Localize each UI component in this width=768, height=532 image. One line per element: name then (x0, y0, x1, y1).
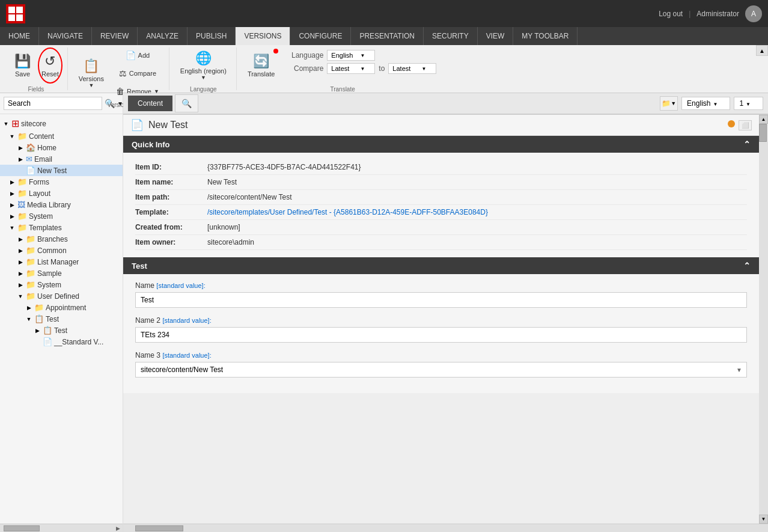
test-section-header[interactable]: Test ⌃ (123, 257, 759, 274)
menu-home[interactable]: HOME (0, 27, 39, 45)
scrollbar-up-button[interactable]: ▲ (759, 115, 768, 124)
tree-item-templates[interactable]: ▼ 📁 Templates (0, 222, 123, 233)
content-version-selector[interactable]: 1 (734, 97, 763, 110)
compare-to-dropdown[interactable]: Latest (388, 63, 436, 74)
tree-item-system[interactable]: ▶ 📁 System (0, 210, 123, 222)
field-input-name2[interactable] (135, 327, 747, 343)
admin-label: Administrator (696, 10, 739, 18)
menu-review[interactable]: REVIEW (92, 27, 138, 45)
tree-item-system2[interactable]: ▶ 📁 System (0, 279, 123, 290)
field-select-name3[interactable]: sitecore/content/New Test (135, 362, 747, 378)
tree-toggle-system[interactable]: ▶ (8, 213, 16, 220)
top-bar-right: Log out | Administrator A (659, 5, 762, 22)
info-value-template[interactable]: /sitecore/templates/User Defined/Test - … (207, 208, 488, 216)
compare-from-dropdown[interactable]: Latest (327, 63, 375, 74)
quick-info-title: Quick Info (132, 140, 170, 149)
menu-security[interactable]: SECURITY (424, 27, 478, 45)
ribbon-collapse-button[interactable]: ▲ (756, 45, 768, 56)
ribbon-language-buttons: 🌐 English (region) ▼ (175, 47, 231, 84)
left-scroll-arrow[interactable]: ▶ (116, 525, 123, 531)
translate-button[interactable]: 🔄 Translate (243, 47, 279, 84)
compare-button[interactable]: ⚖ Compare (111, 66, 164, 81)
tree-item-branches[interactable]: ▶ 📁 Branches (0, 233, 123, 245)
tree-item-standard-values[interactable]: 📄 __Standard V... (0, 336, 123, 347)
tree-toggle-forms[interactable]: ▶ (8, 179, 16, 186)
tab-content[interactable]: Content (128, 96, 172, 111)
tree-item-sitecore[interactable]: ▼ ⊞ sitecore (0, 117, 123, 130)
menu-versions[interactable]: VERSIONS (236, 27, 290, 45)
tree-toggle-test-child[interactable]: ▶ (34, 327, 41, 334)
tree-toggle-branches[interactable]: ▶ (17, 236, 24, 243)
tree-toggle-templates[interactable]: ▼ (8, 224, 16, 231)
menu-view[interactable]: VIEW (478, 27, 514, 45)
tree-toggle-content[interactable]: ▼ (8, 133, 16, 140)
tree-toggle-appointment[interactable]: ▶ (25, 304, 32, 311)
quick-info-section-header[interactable]: Quick Info ⌃ (123, 136, 759, 153)
tree-item-test-child[interactable]: ▶ 📋 Test (0, 325, 123, 336)
menu-my-toolbar[interactable]: MY TOOLBAR (513, 27, 578, 45)
language-button[interactable]: 🌐 English (region) ▼ (175, 47, 231, 84)
field-group-name2: Name 2 [standard value]: (135, 316, 747, 343)
logout-link[interactable]: Log out (659, 10, 683, 18)
tree-item-media-library[interactable]: ▶ 🖼 Media Library (0, 199, 123, 210)
tree-label-new-test: New Test (37, 167, 67, 175)
appointment-icon: 📁 (34, 303, 44, 312)
language-row-label: Language (290, 51, 323, 60)
tree-toggle-user-defined[interactable]: ▼ (17, 293, 24, 300)
ribbon-versions-group: 📋 Versions ▼ 📄 Add ⚖ Compare 🗑 Remove ▼ (69, 47, 169, 90)
tree-item-email[interactable]: ▶ ✉ Email (0, 153, 123, 165)
content-area: 🔍 ▼ ▼ ⊞ sitecore ▼ 📁 Content ▶ 🏠 Home (0, 93, 768, 532)
tree-toggle-home[interactable]: ▶ (17, 144, 24, 151)
menu-presentation[interactable]: PRESENTATION (351, 27, 424, 45)
tree-item-forms[interactable]: ▶ 📁 Forms (0, 176, 123, 188)
tree-label-appointment: Appointment (46, 304, 86, 312)
field-label-name2: Name 2 [standard value]: (135, 316, 747, 325)
item-expand-button[interactable]: ⬜ (739, 120, 752, 130)
menu-publish[interactable]: PUBLISH (187, 27, 236, 45)
tree-item-common[interactable]: ▶ 📁 Common (0, 245, 123, 256)
tree-item-list-manager[interactable]: ▶ 📁 List Manager (0, 256, 123, 268)
logo[interactable] (6, 4, 25, 23)
folder-icon-button[interactable]: 📁 ▼ (660, 96, 678, 111)
tree-item-content[interactable]: ▼ 📁 Content (0, 130, 123, 142)
main-scrollbar[interactable]: ▲ ▼ (759, 115, 768, 524)
content-search-button[interactable]: 🔍 (175, 94, 198, 112)
menu-analyze[interactable]: ANALYZE (138, 27, 187, 45)
tree-toggle-new-test[interactable] (17, 167, 24, 174)
tree-toggle-system2[interactable]: ▶ (17, 281, 24, 289)
left-panel-bottom-scrollbar[interactable]: ▶ (0, 524, 123, 532)
language-dropdown[interactable]: English (327, 50, 375, 61)
scrollbar-down-button[interactable]: ▼ (759, 515, 768, 524)
tree-item-home[interactable]: ▶ 🏠 Home (0, 142, 123, 153)
tree-item-new-test[interactable]: 📄 New Test (0, 165, 123, 176)
menu-navigate[interactable]: NAVIGATE (39, 27, 92, 45)
add-button[interactable]: 📄 Add (111, 47, 164, 63)
tree-toggle-common[interactable]: ▶ (17, 247, 24, 254)
tree-toggle-test-template[interactable]: ▼ (25, 316, 32, 323)
folder-icon: 📁 (662, 99, 671, 108)
content-scroll-area[interactable]: 📄 New Test ⬜ Quick Info ⌃ Item ID: (123, 115, 759, 524)
tree-toggle-standard-values[interactable] (34, 338, 41, 346)
tree-item-sample[interactable]: ▶ 📁 Sample (0, 268, 123, 279)
reset-button[interactable]: ↺ Reset (38, 47, 62, 84)
tree-item-user-defined[interactable]: ▼ 📁 User Defined (0, 290, 123, 302)
bottom-scrollbar[interactable] (123, 524, 768, 532)
tree-toggle-sample[interactable]: ▶ (17, 270, 24, 277)
tree-toggle-list-manager[interactable]: ▶ (17, 258, 24, 266)
tree-toggle-email[interactable]: ▶ (17, 156, 24, 163)
menu-configure[interactable]: CONFIGURE (290, 27, 351, 45)
content-language-selector[interactable]: English (681, 97, 730, 110)
tree-item-test-template[interactable]: ▼ 📋 Test (0, 313, 123, 325)
field-input-name[interactable] (135, 292, 747, 308)
ribbon-translate-group: 🔄 Translate Language English Compare Lat… (238, 47, 447, 90)
tree-item-appointment[interactable]: ▶ 📁 Appointment (0, 302, 123, 313)
tree-label-media-library: Media Library (27, 201, 71, 209)
tree-toggle-media-library[interactable]: ▶ (8, 201, 16, 209)
tree-toggle-sitecore[interactable]: ▼ (2, 120, 10, 127)
system2-icon: 📁 (26, 280, 35, 289)
save-button[interactable]: 💾 Save (10, 47, 35, 84)
tree-item-layout[interactable]: ▶ 📁 Layout (0, 188, 123, 199)
versions-button[interactable]: 📋 Versions ▼ (74, 55, 109, 91)
ribbon: 💾 Save ↺ Reset Fields 📋 Versions ▼ (0, 45, 768, 93)
tree-toggle-layout[interactable]: ▶ (8, 190, 16, 197)
